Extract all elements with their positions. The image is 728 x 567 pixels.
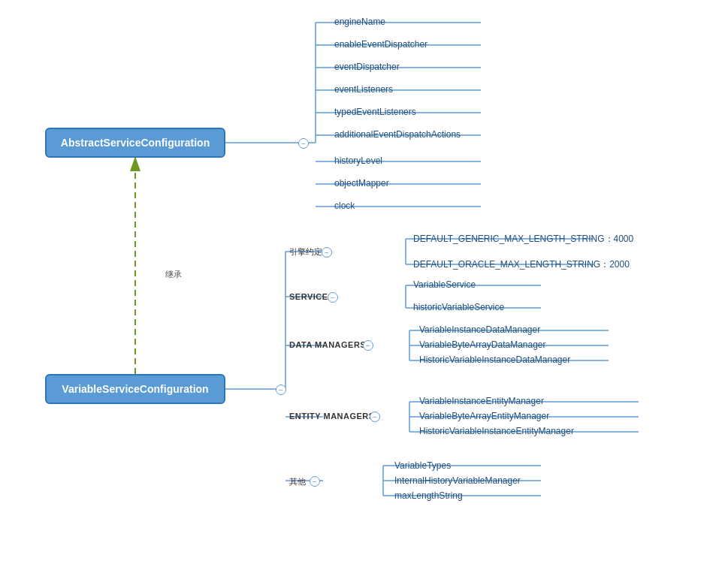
prop-additionalEventDispatchActions: additionalEventDispatchActions [334, 129, 461, 140]
qita-collapse[interactable]: − [310, 476, 320, 487]
group-data-managers-label: DATA MANAGERS [289, 340, 366, 349]
item-variableByteArrayDataManager: VariableByteArrayDataManager [419, 339, 546, 350]
prop-historyLevel: historyLevel [334, 155, 382, 166]
data-managers-collapse[interactable]: − [363, 340, 373, 351]
item-maxLengthString: maxLengthString [394, 490, 463, 501]
yinqingyueding-collapse[interactable]: − [322, 247, 332, 258]
group-yinqingyueding-label: 引擎约定 [289, 246, 322, 258]
item-variableService: VariableService [413, 279, 476, 290]
item-historicVariableInstanceEntityManager: HistoricVariableInstanceEntityManager [419, 426, 574, 436]
item-variableByteArrayEntityManager: VariableByteArrayEntityManager [419, 411, 549, 421]
abstract-collapse-button[interactable]: − [298, 138, 309, 149]
prop-eventListeners: eventListeners [334, 84, 393, 95]
item-internalHistoryVariableManager: InternalHistoryVariableManager [394, 475, 521, 486]
item-default-generic: DEFAULT_GENERIC_MAX_LENGTH_STRING：4000 [413, 233, 633, 246]
group-entity-managers-label: ENTITY MANAGERS [289, 412, 375, 421]
variable-collapse-button[interactable]: − [276, 385, 286, 395]
abstract-service-configuration-node[interactable]: AbstractServiceConfiguration [45, 128, 225, 158]
item-historicVariableService: historicVariableService [413, 302, 504, 312]
item-variableInstanceEntityManager: VariableInstanceEntityManager [419, 396, 544, 406]
item-variableInstanceDataManager: VariableInstanceDataManager [419, 324, 540, 335]
prop-objectMapper: objectMapper [334, 178, 389, 188]
variable-service-configuration-node[interactable]: VariableServiceConfiguration [45, 374, 225, 404]
prop-typedEventListeners: typedEventListeners [334, 107, 416, 117]
group-qita-label: 其他 [289, 476, 306, 487]
entity-managers-collapse[interactable]: − [370, 412, 380, 422]
services-collapse[interactable]: − [328, 292, 338, 303]
prop-clock: clock [334, 201, 355, 211]
item-historicVariableInstanceDataManager: HistoricVariableInstanceDataManager [419, 354, 570, 365]
item-variableTypes: VariableTypes [394, 460, 451, 471]
prop-eventDispatcher: eventDispatcher [334, 62, 400, 72]
prop-engineName: engineName [334, 17, 385, 27]
inherit-label: 继承 [165, 269, 182, 280]
prop-enableEventDispatcher: enableEventDispatcher [334, 39, 427, 50]
item-default-oracle: DEFAULT_ORACLE_MAX_LENGTH_STRING：2000 [413, 258, 630, 271]
diagram-container: AbstractServiceConfiguration VariableSer… [0, 0, 728, 567]
